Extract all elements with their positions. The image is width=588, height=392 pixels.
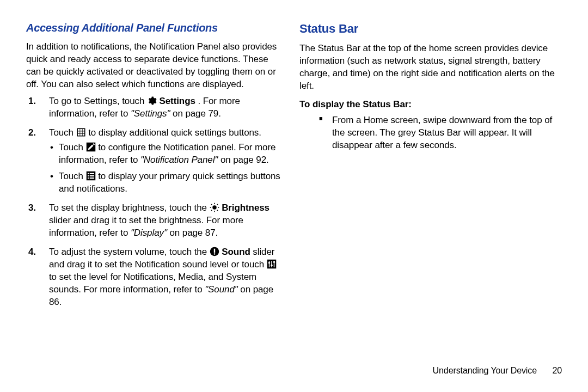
step-3-ref: "Display"	[131, 228, 167, 238]
svg-rect-8	[80, 133, 82, 135]
step-2-sublist: Touch to configure the Notification pane…	[49, 142, 285, 196]
step-2-bullet-1: Touch to configure the Notification pane…	[50, 142, 285, 167]
svg-point-29	[213, 253, 215, 255]
left-intro: In addition to notifications, the Notifi…	[26, 41, 285, 91]
numbered-list: To go to Settings, touch Settings . For …	[26, 95, 285, 309]
right-intro: The Status Bar at the top of the home sc…	[299, 42, 562, 93]
step-2-b1-ref: "Notification Panel"	[140, 155, 218, 165]
svg-rect-17	[89, 177, 94, 179]
svg-rect-31	[268, 261, 270, 267]
right-bullets: From a Home screen, swipe downward from …	[299, 114, 562, 152]
step-1-text-pre: To go to Settings, touch	[49, 96, 147, 106]
step-3-text-pre: To set the display brightness, touch the	[49, 203, 210, 213]
settings-label: Settings	[160, 96, 195, 106]
svg-rect-2	[80, 129, 82, 131]
step-4: To adjust the system volume, touch the S…	[41, 246, 285, 309]
step-1-ref: "Settings"	[131, 108, 170, 119]
sound-icon	[210, 247, 219, 256]
step-3-text-post2: on page 87.	[169, 228, 218, 238]
svg-rect-1	[78, 129, 79, 131]
step-2: Touch to display additional quick settin…	[41, 127, 285, 196]
gear-icon	[147, 96, 157, 106]
svg-rect-13	[89, 173, 94, 174]
svg-rect-9	[82, 133, 84, 135]
step-2-b2-pre: Touch	[59, 171, 86, 181]
svg-rect-7	[78, 133, 79, 135]
step-3: To set the display brightness, touch the…	[41, 202, 285, 240]
manual-page: Accessing Additional Panel Functions In …	[0, 0, 588, 392]
footer-page-number: 20	[552, 366, 562, 375]
grid-icon	[76, 127, 86, 137]
svg-rect-5	[80, 131, 82, 133]
list-icon	[86, 171, 96, 181]
left-heading: Accessing Additional Panel Functions	[26, 21, 285, 35]
left-column: Accessing Additional Panel Functions In …	[26, 21, 294, 376]
right-bullet-1: From a Home screen, swipe downward from …	[321, 114, 562, 152]
sound-label: Sound	[222, 247, 250, 257]
right-subhead: To display the Status Bar:	[299, 99, 562, 111]
svg-point-18	[212, 206, 217, 210]
brightness-icon	[210, 203, 219, 212]
step-4-ref: "Sound"	[205, 284, 238, 295]
step-2-b1-pre: Touch	[59, 142, 86, 152]
step-4-text-pre: To adjust the system volume, touch the	[49, 247, 210, 257]
svg-rect-28	[214, 249, 215, 253]
svg-line-26	[217, 204, 218, 205]
step-2-b1-post2: on page 92.	[220, 155, 269, 165]
pencil-icon	[86, 142, 96, 152]
step-2-text-post: to display additional quick settings but…	[88, 127, 261, 138]
right-column: Status Bar The Status Bar at the top of …	[294, 21, 562, 376]
svg-line-23	[211, 204, 212, 205]
step-2-text-pre: Touch	[49, 127, 76, 138]
brightness-label: Brightness	[222, 203, 270, 213]
svg-rect-15	[89, 175, 94, 176]
svg-rect-6	[82, 131, 84, 133]
step-1-text-post2: on page 79.	[173, 108, 221, 119]
svg-line-25	[211, 210, 212, 211]
svg-line-24	[217, 210, 218, 211]
svg-rect-4	[78, 131, 79, 133]
step-2-bullet-2: Touch to display your primary quick sett…	[50, 170, 285, 195]
sliders-icon	[267, 259, 277, 269]
svg-rect-32	[271, 261, 272, 267]
svg-point-36	[273, 261, 274, 263]
step-1: To go to Settings, touch Settings . For …	[41, 95, 285, 120]
svg-rect-12	[88, 173, 89, 174]
svg-point-35	[271, 265, 272, 266]
page-footer: Understanding Your Device 20	[433, 365, 562, 377]
svg-rect-3	[82, 129, 84, 131]
svg-point-34	[268, 262, 270, 264]
right-heading: Status Bar	[299, 21, 562, 37]
svg-rect-14	[88, 175, 89, 176]
svg-rect-16	[88, 177, 89, 179]
footer-section: Understanding Your Device	[433, 366, 537, 375]
